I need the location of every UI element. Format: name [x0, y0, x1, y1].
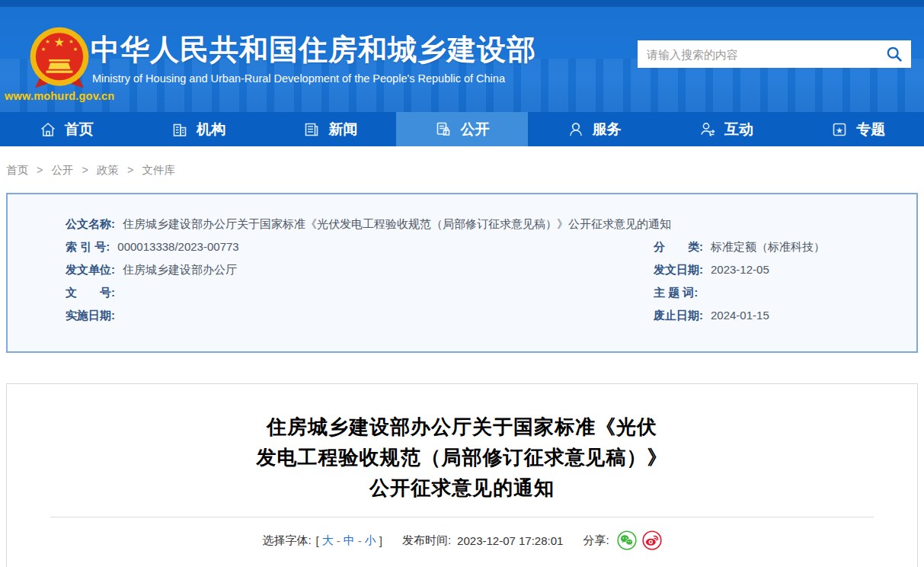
title-divider — [50, 517, 874, 517]
site-subtitle: Ministry of Housing and Urban-Rural Deve… — [92, 72, 505, 85]
svg-text:★: ★ — [73, 46, 78, 53]
breadcrumb-separator: > — [127, 164, 133, 176]
article-title-line: 住房城乡建设部办公厅关于国家标准《光伏 — [7, 412, 917, 442]
font-size-selector: 选择字体: [ 大 - 中 - 小 ] — [262, 533, 382, 548]
nav-item-interaction[interactable]: 互动 — [660, 112, 791, 146]
topics-icon: ★ — [830, 120, 849, 139]
meta-row: 发文单位: 住房城乡建设部办公厅 发文日期: 2023-12-05 — [8, 258, 916, 281]
nav-item-home[interactable]: 首页 — [0, 112, 132, 146]
wechat-icon — [617, 530, 637, 550]
main-nav: 首页 机构 新闻 公开 服务 — [0, 112, 924, 146]
meta-value-index-number: 000013338/2023-00773 — [117, 240, 238, 253]
meta-label-index-number: 索 引 号: — [66, 240, 110, 255]
meta-row: 实施日期: 废止日期: 2024-01-15 — [8, 304, 916, 327]
nav-item-label: 服务 — [593, 120, 622, 139]
meta-label-issue-date: 发文日期: — [654, 263, 703, 277]
breadcrumb: 首页 > 公开 > 政策 > 文件库 — [6, 163, 175, 178]
nav-item-disclosure[interactable]: 公开 — [396, 112, 528, 146]
meta-value-issuing-unit: 住房城乡建设部办公厅 — [123, 263, 237, 277]
disclosure-icon — [434, 120, 452, 139]
article-panel: 住房城乡建设部办公厅关于国家标准《光伏 发电工程验收规范（局部修订征求意见稿）》… — [6, 383, 918, 567]
meta-label-issuing-unit: 发文单位: — [66, 263, 115, 277]
font-selector-label: 选择字体: — [262, 533, 311, 548]
meta-label-doc-number: 文 号: — [66, 286, 115, 300]
font-selector-close-bracket: ] — [379, 534, 382, 547]
news-icon — [302, 120, 321, 139]
article-title-line: 公开征求意见的通知 — [7, 472, 917, 503]
nav-item-label: 互动 — [724, 120, 753, 139]
nav-item-news[interactable]: 新闻 — [264, 112, 396, 146]
meta-label-doc-name: 公文名称: — [66, 217, 115, 232]
meta-label-abolish-date: 废止日期: — [654, 309, 703, 323]
svg-text:★: ★ — [54, 35, 66, 49]
meta-label-subject-words: 主 题 词: — [654, 286, 698, 300]
meta-label-implement-date: 实施日期: — [66, 309, 115, 323]
nav-item-label: 公开 — [460, 120, 489, 139]
svg-text:★: ★ — [836, 125, 843, 134]
publish-time-value: 2023-12-07 17:28:01 — [457, 534, 563, 547]
svg-text:★: ★ — [45, 38, 50, 45]
article-title-line: 发电工程验收规范（局部修订征求意见稿）》 — [7, 442, 917, 472]
font-size-large-link[interactable]: 大 — [322, 533, 334, 548]
font-selector-open-bracket: [ — [316, 534, 319, 547]
font-size-medium-link[interactable]: 中 — [344, 533, 355, 548]
breadcrumb-item-disclosure[interactable]: 公开 — [52, 164, 74, 176]
publish-time-label: 发布时间: — [402, 533, 451, 548]
search-icon — [886, 46, 903, 62]
nav-item-label: 机构 — [197, 120, 225, 139]
nav-item-services[interactable]: 服务 — [528, 112, 660, 146]
wechat-share-button[interactable] — [617, 530, 637, 550]
svg-text:★: ★ — [41, 46, 46, 53]
meta-row: 索 引 号: 000013338/2023-00773 分 类: 标准定额（标准… — [8, 235, 916, 258]
site-url: www.mohurd.gov.cn — [5, 90, 111, 102]
search-box — [638, 40, 911, 68]
meta-value-category: 标准定额（标准科技） — [711, 240, 825, 255]
meta-value-doc-name: 住房城乡建设部办公厅关于国家标准《光伏发电工程验收规范（局部修订征求意见稿）》公… — [123, 217, 671, 232]
font-size-small-link[interactable]: 小 — [365, 533, 376, 548]
meta-row: 公文名称: 住房城乡建设部办公厅关于国家标准《光伏发电工程验收规范（局部修订征求… — [8, 213, 916, 235]
meta-value-issue-date: 2023-12-05 — [711, 263, 769, 276]
document-meta-panel: 公文名称: 住房城乡建设部办公厅关于国家标准《光伏发电工程验收规范（局部修订征求… — [6, 193, 918, 353]
nav-item-label: 首页 — [65, 120, 94, 139]
search-button[interactable] — [878, 40, 911, 68]
services-icon — [567, 120, 585, 139]
nav-item-organization[interactable]: 机构 — [132, 112, 264, 146]
publish-time-group: 发布时间: 2023-12-07 17:28:01 — [402, 533, 563, 548]
font-selector-dash: - — [337, 534, 341, 547]
breadcrumb-separator: > — [82, 164, 88, 176]
nav-item-label: 新闻 — [328, 120, 357, 139]
breadcrumb-item-library[interactable]: 文件库 — [142, 164, 176, 176]
svg-text:★: ★ — [69, 38, 74, 45]
home-icon — [39, 120, 57, 139]
breadcrumb-item-home[interactable]: 首页 — [6, 164, 28, 176]
nav-item-label: 专题 — [856, 120, 885, 139]
article-title: 住房城乡建设部办公厅关于国家标准《光伏 发电工程验收规范（局部修订征求意见稿）》… — [7, 412, 917, 503]
interaction-icon — [699, 120, 717, 139]
site-title: 中华人民共和国住房和城乡建设部 — [91, 30, 536, 69]
font-selector-dash: - — [358, 534, 362, 547]
meta-value-abolish-date: 2024-01-15 — [711, 309, 769, 322]
breadcrumb-item-policy[interactable]: 政策 — [97, 164, 119, 176]
national-emblem-logo: ★ ★ ★ ★ ★ — [24, 26, 94, 91]
site-header: ★ ★ ★ ★ ★ www.mohurd.gov.cn 中华人民共和国住房和城乡… — [0, 0, 924, 112]
national-emblem-icon: ★ ★ ★ ★ ★ — [24, 26, 94, 91]
search-input[interactable] — [638, 40, 878, 68]
organization-icon — [171, 120, 189, 139]
weibo-icon — [642, 530, 662, 550]
share-group: 分享: — [583, 530, 661, 550]
nav-item-topics[interactable]: ★ 专题 — [792, 112, 924, 146]
article-toolbar: 选择字体: [ 大 - 中 - 小 ] 发布时间: 2023-12-07 17:… — [7, 530, 917, 550]
meta-label-category: 分 类: — [654, 240, 703, 255]
breadcrumb-separator: > — [37, 164, 43, 176]
share-label: 分享: — [583, 533, 609, 548]
meta-row: 文 号: 主 题 词: — [8, 281, 916, 304]
weibo-share-button[interactable] — [642, 530, 662, 550]
